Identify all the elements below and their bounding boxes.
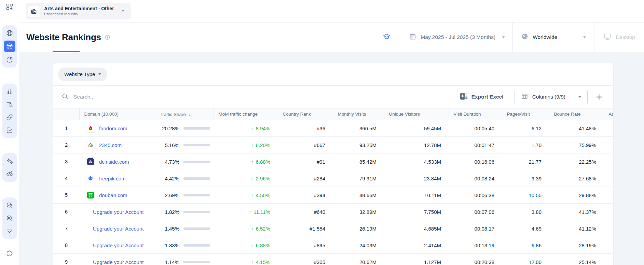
table-row: 6 Upgrade your Account 1.82% ↑11.11% #64… — [53, 204, 613, 220]
header-country-rank[interactable]: Country Rank — [278, 108, 333, 120]
sidebar-item-more-chevron[interactable] — [4, 226, 15, 237]
sidebar-item-web-overview[interactable] — [4, 28, 15, 39]
website-type-filter[interactable]: Website Type — [58, 68, 107, 81]
learning-hub-button[interactable] — [374, 23, 400, 52]
page-header: Website Rankings May 2025 - Jul 2025 (3 … — [19, 23, 644, 52]
mom-change-cell: ↑4.15% — [214, 254, 278, 265]
ads-cell — [604, 254, 613, 265]
svg-text:2345: 2345 — [88, 145, 93, 147]
up-arrow-icon: ↑ — [251, 143, 253, 148]
export-excel-label: Export Excel — [471, 94, 504, 100]
pages-per-visit-cell: 10.55 — [502, 187, 549, 204]
rank-cell: 3 — [53, 153, 79, 170]
visit-duration-cell: 00:16:06 — [449, 153, 502, 170]
pages-per-visit-cell: 9.39 — [502, 170, 549, 187]
monthly-visits-cell: 366.5M — [333, 120, 384, 137]
sidebar-item-market-share[interactable] — [4, 54, 15, 65]
calendar-icon — [409, 33, 416, 42]
list-search-icon — [6, 101, 13, 108]
rank-cell: 1 — [53, 120, 79, 137]
sidebar-item-website-analysis[interactable] — [4, 41, 15, 52]
traffic-share-bar — [183, 244, 210, 247]
up-arrow-icon: ↑ — [251, 260, 253, 265]
upgrade-account-link[interactable]: Upgrade your Account — [93, 226, 143, 232]
traffic-share-bar — [183, 227, 210, 230]
search-input[interactable] — [73, 94, 217, 100]
sidebar-item-saved-lists[interactable] — [4, 125, 15, 136]
bounce-rate-cell: 28.19% — [549, 237, 604, 254]
up-arrow-icon: ↑ — [251, 226, 253, 232]
up-arrow-icon: ↑ — [251, 193, 253, 198]
table-body: 1 fandom.com 20.28% ↑8.94% #36 366.5M 59… — [53, 120, 613, 265]
header-pages-per-visit[interactable]: Pages/Visit — [502, 108, 549, 120]
page-title: Website Rankings — [26, 32, 101, 43]
graduation-cap-icon — [383, 32, 391, 42]
triangle-down-icon — [6, 228, 13, 235]
add-column-button[interactable] — [595, 93, 603, 101]
rank-cell: 7 — [53, 220, 79, 237]
device-selector[interactable]: Desktop — [594, 23, 644, 52]
info-icon[interactable] — [105, 34, 110, 42]
traffic-share-bar — [183, 194, 210, 196]
header-unique-visitors[interactable]: Unique Visitors — [384, 108, 449, 120]
header-monthly-visits[interactable]: Monthly Visits — [333, 108, 384, 120]
rankings-table-wrap: Domain (10,000) Traffic Share↓ MoM traff… — [53, 108, 613, 265]
columns-button[interactable]: Columns (9/9) — [515, 90, 588, 104]
sort-descending-icon: ↓ — [189, 112, 191, 117]
sidebar-item-trend-search[interactable] — [4, 200, 15, 211]
upgrade-account-link[interactable]: Upgrade your Account — [93, 209, 143, 215]
header-mom-change[interactable]: MoM traffic change — [214, 108, 278, 120]
domain-link[interactable]: 2345.com — [99, 142, 122, 148]
rank-cell: 4 — [53, 170, 79, 187]
visit-duration-cell: 00:13:19 — [449, 237, 502, 254]
header-visit-duration[interactable]: Visit Duration — [449, 108, 502, 120]
domain-link[interactable]: dcinside.com — [99, 159, 129, 165]
region-selector[interactable]: Worldwide — [512, 23, 594, 52]
domain-link[interactable]: douban.com — [99, 192, 127, 198]
sidebar-item-keyword-search[interactable] — [4, 213, 15, 224]
integrations-button[interactable] — [4, 248, 15, 259]
active-tab-indicator — [53, 51, 80, 52]
upgrade-account-link[interactable]: Upgrade your Account — [93, 259, 143, 265]
sidebar-item-keyword-research[interactable] — [4, 99, 15, 110]
mom-change-cell: ↑6.88% — [214, 153, 278, 170]
header-domain[interactable]: Domain (10,000) — [79, 108, 155, 120]
upgrade-account-link[interactable]: Upgrade your Account — [93, 242, 143, 248]
header-ads[interactable]: Ads — [604, 108, 613, 120]
mom-change-cell: ↑2.96% — [214, 170, 278, 187]
table-row: 1 fandom.com 20.28% ↑8.94% #36 366.5M 59… — [53, 120, 613, 137]
monthly-visits-cell: 79.91M — [333, 170, 384, 187]
mom-change-cell: ↑6.88% — [214, 237, 278, 254]
domain-link[interactable]: freepik.com — [99, 176, 126, 181]
unique-visitors-cell: 4.685M — [384, 220, 449, 237]
apps-plus-icon[interactable] — [4, 3, 15, 11]
domain-cell: Upgrade your Account — [79, 204, 155, 220]
table-row: 7 Upgrade your Account 1.45% ↑6.52% #1,5… — [53, 220, 613, 237]
visit-duration-cell: 00:07:06 — [449, 204, 502, 220]
date-range-selector[interactable]: May 2025 - Jul 2025 (3 Months) — [400, 23, 512, 52]
sidebar-group-research — [2, 25, 17, 68]
industry-subtitle: Predefined Industry — [44, 12, 114, 16]
website-type-label: Website Type — [64, 71, 95, 77]
dcinside-favicon: dc — [86, 157, 95, 166]
export-excel-button[interactable]: Export Excel — [460, 92, 504, 102]
sidebar-item-visibility[interactable] — [4, 168, 15, 179]
traffic-share-bar — [183, 177, 210, 180]
unique-visitors-cell: 1.127M — [384, 254, 449, 265]
unique-visitors-cell: 59.45M — [384, 120, 449, 137]
traffic-share-cell: 4.42% — [155, 170, 214, 187]
sidebar-item-rankings[interactable] — [4, 86, 15, 97]
header-traffic-share[interactable]: Traffic Share↓ — [155, 108, 214, 120]
industry-selector[interactable]: Arts and Entertainment - Other Predefine… — [26, 3, 131, 19]
unique-visitors-cell: 4.533M — [384, 153, 449, 170]
pages-per-visit-cell: 6.12 — [502, 120, 549, 137]
header-bounce-rate[interactable]: Bounce Rate — [549, 108, 604, 120]
domain-link[interactable]: fandom.com — [99, 126, 127, 131]
unique-visitors-cell: 2.414M — [384, 237, 449, 254]
settings-button[interactable] — [4, 264, 15, 265]
chevron-down-icon — [122, 10, 124, 12]
bounce-rate-cell: 75.99% — [549, 137, 604, 153]
sidebar-group-analysis — [2, 84, 17, 138]
sidebar-item-ai-insights[interactable] — [4, 156, 15, 166]
sidebar-item-backlinks[interactable] — [4, 112, 15, 123]
